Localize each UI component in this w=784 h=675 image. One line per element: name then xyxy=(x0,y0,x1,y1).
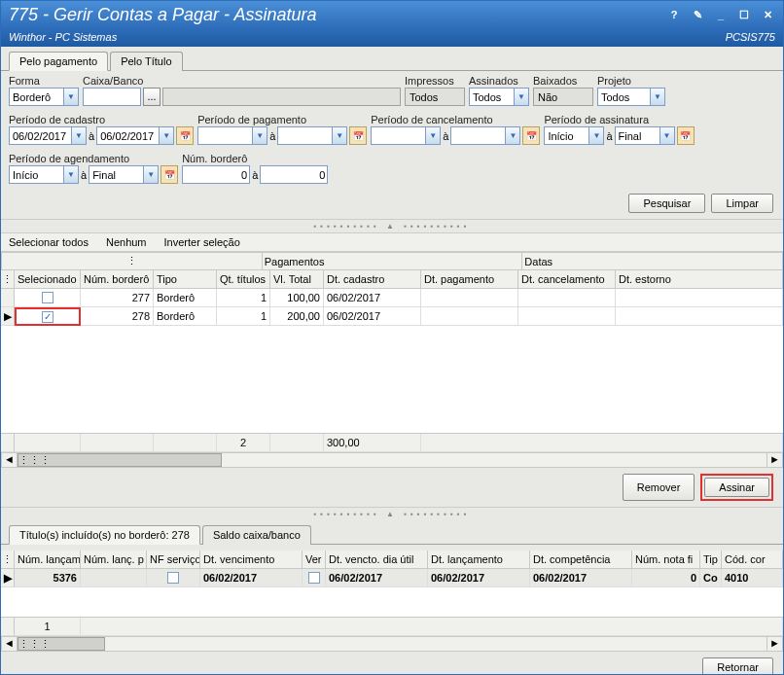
col-num-lanc-p[interactable]: Núm. lanç. p xyxy=(81,551,147,569)
chevron-down-icon[interactable]: ▼ xyxy=(159,127,173,144)
checkbox-icon[interactable] xyxy=(167,572,179,584)
close-icon[interactable]: ✕ xyxy=(760,9,775,21)
col-dt-pagamento[interactable]: Dt. pagamento xyxy=(421,270,518,289)
tabs-lower: Título(s) incluído(s) no borderô: 278 Sa… xyxy=(1,520,783,545)
table-row[interactable]: ▶ 5376 06/02/2017 06/02/2017 06/02/2017 … xyxy=(1,569,783,587)
chevron-down-icon[interactable]: ▼ xyxy=(505,127,519,144)
tab-pelo-titulo[interactable]: Pelo Título xyxy=(110,52,182,71)
col-dt-cancelamento[interactable]: Dt. cancelamento xyxy=(518,270,616,289)
tab-saldo-caixa[interactable]: Saldo caixa/banco xyxy=(202,525,311,545)
select-none-link[interactable]: Nenhum xyxy=(106,236,147,248)
grid-titulos: ⋮ Núm. lançam Núm. lanç. p NF serviço Dt… xyxy=(1,551,783,652)
calendar-icon[interactable]: 📅 xyxy=(349,126,367,145)
col-selecionado[interactable]: Selecionado xyxy=(15,270,81,289)
scroll-left-icon[interactable]: ◄ xyxy=(2,453,18,467)
scrollbar-thumb[interactable]: ⋮⋮⋮ xyxy=(18,637,105,651)
chevron-down-icon[interactable]: ▼ xyxy=(514,89,528,105)
per-can-from[interactable]: ▼ xyxy=(371,126,441,145)
minimize-icon[interactable]: _ xyxy=(713,9,729,21)
col-vl-total[interactable]: Vl. Total xyxy=(270,270,324,289)
col-tipo[interactable]: Tipo xyxy=(154,270,217,289)
per-can-to[interactable]: ▼ xyxy=(450,126,520,145)
table-row[interactable]: ▶ ✓ 278 Borderô 1 200,00 06/02/2017 xyxy=(1,307,783,326)
invert-selection-link[interactable]: Inverter seleção xyxy=(164,236,240,248)
col-dt-vencimento[interactable]: Dt. vencimento xyxy=(200,551,303,569)
caixa-input[interactable] xyxy=(83,88,141,106)
scroll-left-icon[interactable]: ◄ xyxy=(2,637,18,651)
edit-icon[interactable]: ✎ xyxy=(690,9,705,21)
per-cad-to[interactable]: 06/02/2017▼ xyxy=(96,126,174,145)
help-icon[interactable]: ? xyxy=(666,9,682,21)
chevron-down-icon[interactable]: ▼ xyxy=(650,89,664,105)
retornar-button[interactable]: Retornar xyxy=(702,657,773,675)
assinar-button[interactable]: Assinar xyxy=(704,478,769,497)
horizontal-scrollbar[interactable]: ◄ ⋮⋮⋮ ► xyxy=(1,636,783,652)
chevron-down-icon[interactable]: ▼ xyxy=(425,127,440,144)
per-ass-to[interactable]: Final▼ xyxy=(615,126,675,145)
col-tip[interactable]: Tip xyxy=(700,551,722,569)
tab-titulos-incluidos[interactable]: Título(s) incluído(s) no borderô: 278 xyxy=(9,525,200,545)
scroll-right-icon[interactable]: ► xyxy=(766,453,782,467)
col-nf-servico[interactable]: NF serviço xyxy=(147,551,200,569)
splitter[interactable]: ▪▪▪▪▪▪▪▪▪▪ ▲ ▪▪▪▪▪▪▪▪▪▪ xyxy=(1,219,783,232)
col-dt-estorno[interactable]: Dt. estorno xyxy=(616,270,783,289)
horizontal-scrollbar[interactable]: ◄ ⋮⋮⋮ ► xyxy=(1,452,783,468)
chevron-down-icon[interactable]: ▼ xyxy=(63,89,78,105)
col-dt-vencto-util[interactable]: Dt. vencto. dia útil xyxy=(326,551,428,569)
col-num-nota-fi[interactable]: Núm. nota fi xyxy=(632,551,700,569)
label-per-can: Período de cancelamento xyxy=(371,114,540,125)
col-dt-cadastro[interactable]: Dt. cadastro xyxy=(324,270,421,289)
per-age-from[interactable]: Início▼ xyxy=(9,165,79,184)
per-cad-from[interactable]: 06/02/2017▼ xyxy=(9,126,87,145)
chevron-down-icon[interactable]: ▼ xyxy=(588,127,603,144)
chevron-down-icon[interactable]: ▼ xyxy=(63,166,78,183)
forma-combo[interactable]: Borderô▼ xyxy=(9,88,79,106)
assinados-combo[interactable]: Todos▼ xyxy=(469,88,529,106)
scrollbar-thumb[interactable]: ⋮⋮⋮ xyxy=(18,453,222,467)
col-dt-competencia[interactable]: Dt. competência xyxy=(530,551,632,569)
per-age-to[interactable]: Final▼ xyxy=(89,165,159,184)
pesquisar-button[interactable]: Pesquisar xyxy=(628,194,705,213)
num-bord-to[interactable] xyxy=(260,165,328,184)
calendar-icon[interactable]: 📅 xyxy=(176,126,194,145)
select-all-link[interactable]: Selecionar todos xyxy=(9,236,89,248)
calendar-icon[interactable]: 📅 xyxy=(677,126,695,145)
subtitle-text: Winthor - PC Sistemas xyxy=(9,31,117,43)
footer-nl: 1 xyxy=(15,618,81,636)
impressos-field: Todos xyxy=(405,88,465,106)
col-num-bordero[interactable]: Núm. borderô xyxy=(81,270,154,289)
limpar-button[interactable]: Limpar xyxy=(711,194,773,213)
col-ver[interactable]: Ver xyxy=(303,551,326,569)
per-pag-to[interactable]: ▼ xyxy=(277,126,347,145)
checkbox-checked-icon[interactable]: ✓ xyxy=(42,311,53,323)
chevron-down-icon[interactable]: ▼ xyxy=(252,127,267,144)
per-ass-from[interactable]: Início▼ xyxy=(544,126,604,145)
chevron-down-icon[interactable]: ▼ xyxy=(332,127,346,144)
projeto-combo[interactable]: Todos▼ xyxy=(597,88,665,106)
num-bord-from[interactable] xyxy=(182,165,250,184)
calendar-icon[interactable]: 📅 xyxy=(522,126,540,145)
caixa-lookup-button[interactable]: ... xyxy=(143,88,160,106)
chevron-down-icon[interactable]: ▼ xyxy=(71,127,86,144)
window-code: PCSIS775 xyxy=(726,31,775,43)
table-row[interactable]: 277 Borderô 1 100,00 06/02/2017 xyxy=(1,289,783,307)
checkbox-icon[interactable] xyxy=(308,572,320,584)
remover-button[interactable]: Remover xyxy=(623,474,695,501)
col-dt-lancamento[interactable]: Dt. lançamento xyxy=(428,551,530,569)
col-num-lancam[interactable]: Núm. lançam xyxy=(15,551,81,569)
maximize-icon[interactable]: ☐ xyxy=(736,9,752,21)
scroll-right-icon[interactable]: ► xyxy=(766,637,782,651)
chevron-down-icon[interactable]: ▼ xyxy=(659,127,674,144)
footer-qt: 2 xyxy=(217,434,270,452)
chevron-down-icon[interactable]: ▼ xyxy=(143,166,158,183)
selected-checkbox-cell[interactable]: ✓ xyxy=(15,307,81,326)
titlebar: 775 - Gerir Contas a Pagar - Assinatura … xyxy=(1,1,783,29)
tab-pelo-pagamento[interactable]: Pelo pagamento xyxy=(9,52,108,71)
col-qt-titulos[interactable]: Qt. títulos xyxy=(217,270,270,289)
window-controls: ? ✎ _ ☐ ✕ xyxy=(666,9,775,21)
per-pag-from[interactable]: ▼ xyxy=(197,126,267,145)
col-cod-cor[interactable]: Cód. cor xyxy=(722,551,783,569)
calendar-icon[interactable]: 📅 xyxy=(160,165,178,184)
checkbox-icon[interactable] xyxy=(42,292,53,303)
splitter[interactable]: ▪▪▪▪▪▪▪▪▪▪ ▲ ▪▪▪▪▪▪▪▪▪▪ xyxy=(1,507,783,520)
